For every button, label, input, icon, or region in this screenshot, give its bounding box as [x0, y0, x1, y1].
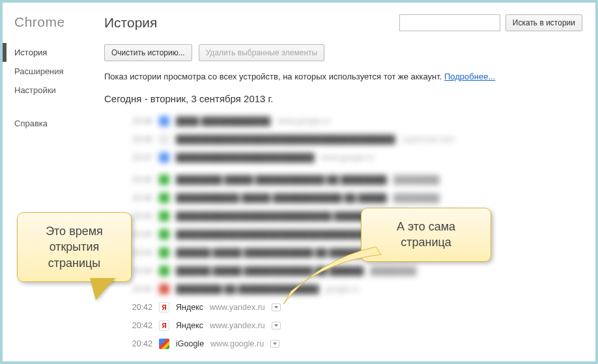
- entry-domain: www.google.ru: [210, 339, 264, 348]
- sidebar-item-history[interactable]: История: [3, 43, 93, 62]
- callout-tail-icon: [278, 240, 389, 312]
- google-icon: [159, 339, 169, 349]
- page-title: История: [104, 15, 157, 31]
- entry-title[interactable]: Яндекс: [176, 303, 203, 312]
- sidebar-item-extensions[interactable]: Расширения: [3, 62, 93, 81]
- annotation-callout-time: Это время открытия страницы: [17, 212, 132, 282]
- clear-history-button[interactable]: Очистить историю...: [104, 44, 192, 61]
- favicon-icon: [159, 211, 169, 221]
- history-row[interactable]: 20:42 iGoogle www.google.ru: [104, 335, 582, 353]
- history-row-blurred: 20:45███████████████████████████ ███████…: [104, 207, 582, 225]
- entry-time: 20:42: [130, 303, 152, 312]
- yandex-icon: Я: [159, 302, 169, 313]
- sidebar-item-settings[interactable]: Настройки: [3, 81, 93, 100]
- learn-more-link[interactable]: Подробнее...: [444, 72, 495, 81]
- entry-time: 20:42: [130, 339, 152, 348]
- sync-info-label: Показ истории просмотра со всех устройст…: [104, 72, 444, 81]
- favicon-icon: [159, 116, 169, 126]
- history-row-blurred: 20:48███████████████████████████████████…: [104, 130, 582, 148]
- favicon-icon: [159, 266, 169, 276]
- favicon-icon: [159, 284, 169, 294]
- sidebar-item-help[interactable]: Справка: [3, 114, 93, 133]
- history-entries: 20:48████ ████████████www.google.ru 20:4…: [104, 112, 582, 353]
- entry-domain: www.yandex.ru: [210, 303, 265, 312]
- annotation-text: А это сама страница: [397, 220, 455, 249]
- favicon-icon: [159, 134, 169, 145]
- favicon-icon: [159, 229, 169, 240]
- date-header: Сегодня - вторник, 3 сентября 2013 г.: [104, 93, 582, 104]
- history-row[interactable]: 20:42 Я Яндекс www.yandex.ru: [104, 316, 582, 335]
- history-row-blurred: 20:46████████ █████ ████████████ ██ ████…: [104, 171, 582, 189]
- entry-domain: www.yandex.ru: [210, 321, 265, 330]
- entry-time: 20:42: [130, 321, 152, 330]
- favicon-icon: [159, 152, 169, 163]
- sidebar: Chrome История Расширения Настройки Спра…: [14, 14, 93, 361]
- history-row-blurred: 20:48████ ████████████www.google.ru: [104, 112, 582, 130]
- entry-menu-caret-icon[interactable]: [272, 322, 281, 329]
- entry-title[interactable]: iGoogle: [176, 339, 204, 348]
- annotation-callout-page: А это сама страница: [361, 208, 491, 262]
- yandex-icon: Я: [159, 320, 169, 331]
- favicon-icon: [159, 175, 169, 185]
- delete-selected-button: Удалить выбранные элементы: [199, 44, 324, 61]
- entry-menu-caret-icon[interactable]: [270, 340, 279, 348]
- sync-info-text: Показ истории просмотра со всех устройст…: [104, 72, 582, 81]
- favicon-icon: [159, 193, 169, 203]
- search-input[interactable]: [399, 14, 500, 31]
- history-row-blurred: 20:46███████████ █████ ████████████ ██ █…: [104, 189, 582, 207]
- history-row-blurred: 20:47████████████████████████www.google.…: [104, 148, 582, 167]
- callout-tail-icon: [91, 279, 114, 300]
- search-button[interactable]: Искать в истории: [505, 14, 582, 31]
- brand-title: Chrome: [14, 14, 93, 30]
- annotation-text: Это время открытия страницы: [46, 225, 103, 270]
- entry-title[interactable]: Яндекс: [176, 321, 203, 330]
- favicon-icon: [159, 247, 169, 258]
